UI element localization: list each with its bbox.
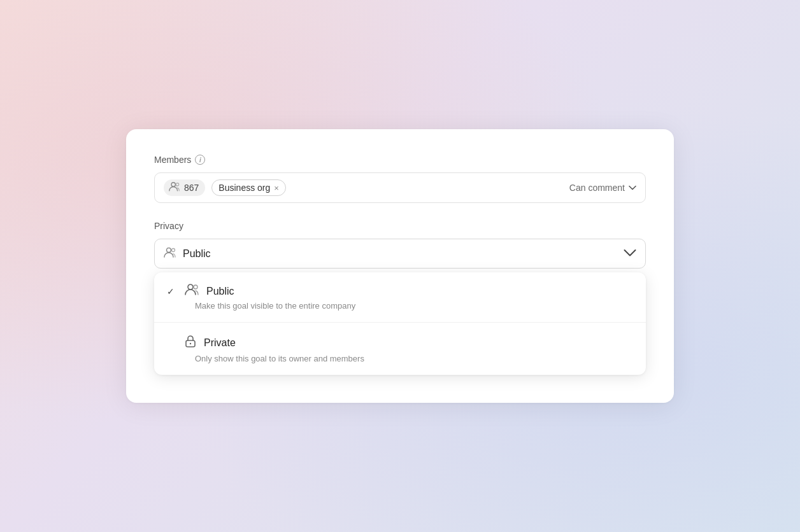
- permission-chevron-icon: [629, 184, 636, 192]
- option-private[interactable]: ✓ Private Only show this goal to its own…: [154, 323, 646, 375]
- members-info-icon[interactable]: i: [195, 155, 205, 165]
- private-option-title: Private: [204, 337, 236, 349]
- private-lock-icon: [185, 334, 196, 351]
- private-option-desc: Only show this goal to its owner and mem…: [167, 354, 633, 363]
- privacy-title-text: Privacy: [154, 221, 183, 231]
- business-org-tag[interactable]: Business org ×: [211, 179, 286, 196]
- public-option-desc: Make this goal visible to the entire com…: [167, 301, 633, 311]
- public-option-title: Public: [206, 286, 234, 297]
- member-count-badge: 867: [164, 179, 205, 196]
- privacy-label: Privacy: [154, 221, 646, 231]
- people-icon: [169, 182, 180, 193]
- privacy-selected-value: Public: [183, 248, 617, 260]
- member-count-value: 867: [184, 183, 199, 193]
- members-input-row[interactable]: 867 Business org × Can comment: [154, 172, 646, 203]
- permission-label: Can comment: [569, 183, 625, 193]
- members-title-text: Members: [154, 155, 191, 165]
- svg-point-3: [172, 248, 175, 251]
- public-check-icon: ✓: [167, 286, 177, 297]
- remove-tag-button[interactable]: ×: [274, 184, 279, 192]
- privacy-select-box[interactable]: Public: [154, 239, 646, 269]
- svg-point-0: [171, 183, 175, 186]
- members-label: Members i: [154, 155, 646, 165]
- members-section: Members i 867: [154, 155, 646, 203]
- svg-point-1: [176, 183, 179, 186]
- privacy-dropdown-options: ✓ Public Make this goal visible to the e…: [154, 272, 646, 375]
- modal-card: Members i 867: [126, 129, 674, 403]
- svg-point-2: [167, 248, 171, 252]
- svg-point-5: [194, 285, 197, 289]
- svg-point-7: [190, 343, 191, 344]
- svg-point-4: [188, 284, 193, 290]
- privacy-chevron-icon: [624, 247, 636, 260]
- privacy-section: Privacy Public: [154, 221, 646, 375]
- option-public[interactable]: ✓ Public Make this goal visible to the e…: [154, 272, 646, 323]
- privacy-people-icon: [164, 248, 176, 260]
- public-people-icon: [185, 284, 199, 298]
- tag-label: Business org: [218, 183, 270, 193]
- permission-dropdown[interactable]: Can comment: [569, 183, 636, 193]
